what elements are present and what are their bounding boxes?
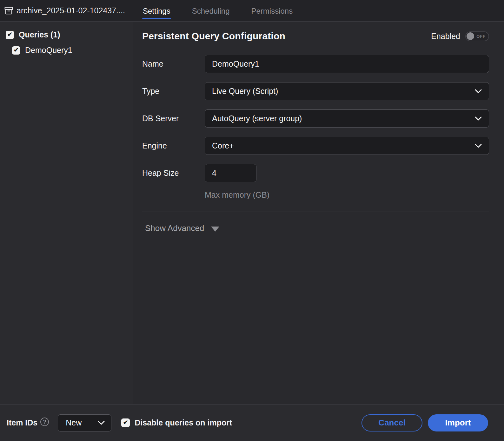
name-input-value: DemoQuery1 [212, 59, 259, 69]
db-server-select-value: AutoQuery (server group) [212, 114, 302, 123]
heap-size-input-value: 4 [212, 168, 216, 178]
enabled-toggle[interactable]: OFF [465, 31, 489, 41]
query-tree-sidebar: ✔ Queries (1) ✔ DemoQuery1 [0, 22, 132, 404]
tab-scheduling[interactable]: Scheduling [192, 0, 230, 21]
window-title: archive_2025-01-02-102437.... [17, 6, 125, 15]
disable-queries-checkbox[interactable]: ✔ [121, 418, 130, 427]
toggle-knob-icon [467, 32, 474, 40]
heap-size-label: Heap Size [142, 164, 205, 182]
import-queries-dialog: archive_2025-01-02-102437.... Settings S… [0, 0, 504, 441]
import-button[interactable]: Import [428, 414, 488, 431]
toggle-state-label: OFF [474, 34, 488, 39]
disable-queries-label: Disable queries on import [135, 418, 232, 427]
item-ids-mode-value: New [66, 418, 82, 427]
engine-select-value: Core+ [212, 141, 234, 150]
checkmark-icon: ✔ [123, 419, 128, 425]
form-row-engine: Engine Core+ [142, 137, 489, 155]
tree-item-queries-group[interactable]: ✔ Queries (1) [0, 27, 132, 43]
queries-group-checkbox[interactable]: ✔ [6, 31, 14, 39]
chevron-down-icon [475, 116, 482, 121]
type-select[interactable]: Live Query (Script) [205, 82, 489, 100]
item-ids-mode-select[interactable]: New [58, 414, 111, 431]
db-server-label: DB Server [142, 109, 205, 128]
panel-header: Persistent Query Configuration Enabled O… [142, 31, 489, 42]
query-config-form: Name DemoQuery1 Type Live Query (Script) [142, 55, 489, 200]
show-advanced-toggle[interactable]: Show Advanced [142, 223, 489, 233]
type-select-value: Live Query (Script) [212, 87, 278, 96]
archive-icon [4, 6, 13, 15]
tree-item-label: DemoQuery1 [25, 46, 72, 55]
triangle-down-icon [211, 227, 219, 232]
item-ids-label: Item IDs [7, 418, 37, 427]
tab-settings[interactable]: Settings [143, 0, 170, 21]
section-divider [142, 212, 489, 212]
form-row-db-server: DB Server AutoQuery (server group) [142, 109, 489, 128]
heap-size-input[interactable]: 4 [205, 164, 256, 182]
settings-panel: Persistent Query Configuration Enabled O… [133, 22, 504, 404]
chevron-down-icon [475, 89, 482, 93]
db-server-select[interactable]: AutoQuery (server group) [205, 109, 489, 128]
dialog-footer: Item IDs ? New ✔ Disable queries on impo… [0, 404, 504, 441]
tree-item-demoquery1[interactable]: ✔ DemoQuery1 [0, 43, 132, 58]
tab-permissions[interactable]: Permissions [251, 0, 293, 21]
form-row-heap-size: Heap Size 4 Max memory (GB) [142, 164, 489, 200]
tab-bar: Settings Scheduling Permissions [143, 0, 314, 21]
form-row-name: Name DemoQuery1 [142, 55, 489, 73]
checkmark-icon: ✔ [7, 31, 12, 37]
title-group: archive_2025-01-02-102437.... [0, 0, 132, 21]
name-label: Name [142, 55, 205, 73]
name-input[interactable]: DemoQuery1 [205, 55, 489, 73]
chevron-down-icon [98, 421, 105, 425]
cancel-button[interactable]: Cancel [361, 414, 422, 431]
chevron-down-icon [475, 144, 482, 148]
dialog-header: archive_2025-01-02-102437.... Settings S… [0, 0, 504, 22]
enabled-label: Enabled [431, 32, 460, 41]
question-mark-circle-icon[interactable]: ? [40, 418, 49, 426]
enabled-toggle-group: Enabled OFF [431, 31, 489, 41]
show-advanced-label: Show Advanced [145, 223, 204, 233]
engine-label: Engine [142, 137, 205, 155]
demoquery1-checkbox[interactable]: ✔ [12, 46, 20, 55]
heap-size-hint: Max memory (GB) [205, 190, 489, 200]
engine-select[interactable]: Core+ [205, 137, 489, 155]
panel-title: Persistent Query Configuration [142, 31, 285, 42]
type-label: Type [142, 82, 205, 100]
form-row-type: Type Live Query (Script) [142, 82, 489, 100]
tree-item-label: Queries (1) [19, 30, 60, 39]
checkmark-icon: ✔ [14, 47, 19, 53]
